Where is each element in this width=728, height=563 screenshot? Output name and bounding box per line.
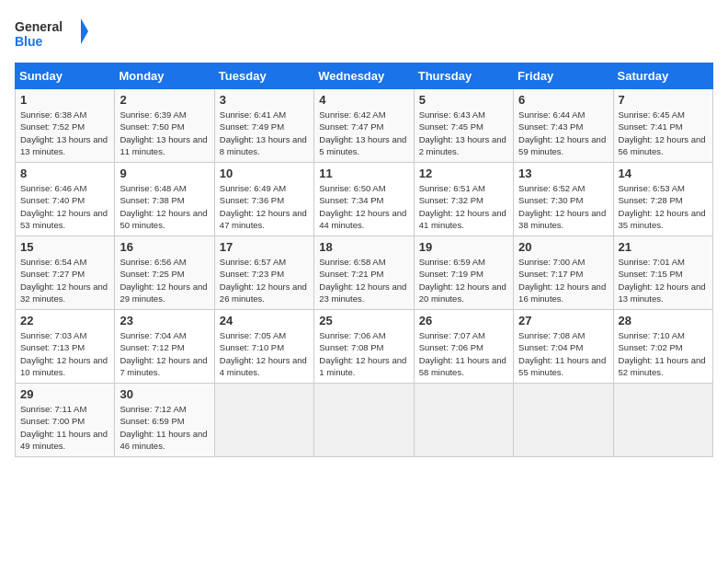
- cell-info: Sunrise: 7:11 AM Sunset: 7:00 PM Dayligh…: [20, 403, 109, 452]
- calendar-header: SundayMondayTuesdayWednesdayThursdayFrid…: [16, 63, 713, 89]
- cell-info: Sunrise: 6:57 AM Sunset: 7:23 PM Dayligh…: [220, 256, 309, 304]
- calendar-week-row: 29Sunrise: 7:11 AM Sunset: 7:00 PM Dayli…: [16, 384, 713, 457]
- calendar-cell: 3Sunrise: 6:41 AM Sunset: 7:49 PM Daylig…: [214, 89, 313, 163]
- day-number: 23: [119, 314, 209, 327]
- svg-text:General: General: [15, 19, 63, 34]
- calendar-cell: 19Sunrise: 6:59 AM Sunset: 7:19 PM Dayli…: [414, 236, 513, 310]
- day-number: 10: [220, 167, 309, 180]
- weekday-header: Thursday: [414, 63, 513, 89]
- calendar-cell: 5Sunrise: 6:43 AM Sunset: 7:45 PM Daylig…: [414, 89, 513, 163]
- weekday-header: Sunday: [16, 63, 115, 89]
- calendar-week-row: 22Sunrise: 7:03 AM Sunset: 7:13 PM Dayli…: [16, 310, 713, 384]
- cell-info: Sunrise: 6:44 AM Sunset: 7:43 PM Dayligh…: [518, 109, 608, 157]
- cell-info: Sunrise: 6:45 AM Sunset: 7:41 PM Dayligh…: [619, 109, 708, 157]
- calendar-cell: 22Sunrise: 7:03 AM Sunset: 7:13 PM Dayli…: [16, 310, 115, 384]
- svg-text:Blue: Blue: [15, 34, 43, 49]
- day-number: 16: [119, 240, 209, 254]
- cell-info: Sunrise: 6:50 AM Sunset: 7:34 PM Dayligh…: [319, 182, 408, 231]
- calendar-cell: 16Sunrise: 6:56 AM Sunset: 7:25 PM Dayli…: [115, 236, 214, 310]
- calendar-cell: 13Sunrise: 6:52 AM Sunset: 7:30 PM Dayli…: [514, 163, 613, 236]
- cell-info: Sunrise: 7:04 AM Sunset: 7:12 PM Dayligh…: [119, 329, 209, 378]
- logo-svg: General Blue: [15, 15, 88, 52]
- calendar-cell: 26Sunrise: 7:07 AM Sunset: 7:06 PM Dayli…: [414, 310, 513, 384]
- cell-info: Sunrise: 7:05 AM Sunset: 7:10 PM Dayligh…: [220, 329, 309, 378]
- weekday-header: Monday: [115, 63, 214, 89]
- calendar-cell: 25Sunrise: 7:06 AM Sunset: 7:08 PM Dayli…: [314, 310, 414, 384]
- calendar-cell: 1Sunrise: 6:38 AM Sunset: 7:52 PM Daylig…: [16, 89, 115, 163]
- cell-info: Sunrise: 7:07 AM Sunset: 7:06 PM Dayligh…: [419, 329, 508, 378]
- calendar-cell: 17Sunrise: 6:57 AM Sunset: 7:23 PM Dayli…: [214, 236, 313, 310]
- cell-info: Sunrise: 7:10 AM Sunset: 7:02 PM Dayligh…: [619, 329, 708, 378]
- calendar-week-row: 15Sunrise: 6:54 AM Sunset: 7:27 PM Dayli…: [16, 236, 713, 310]
- logo: General Blue: [15, 15, 88, 52]
- weekday-header: Saturday: [613, 63, 712, 89]
- cell-info: Sunrise: 6:58 AM Sunset: 7:21 PM Dayligh…: [319, 256, 408, 304]
- calendar-body: 1Sunrise: 6:38 AM Sunset: 7:52 PM Daylig…: [16, 89, 713, 457]
- day-number: 27: [518, 314, 608, 327]
- calendar-week-row: 8Sunrise: 6:46 AM Sunset: 7:40 PM Daylig…: [16, 163, 713, 236]
- day-number: 12: [419, 167, 508, 180]
- day-number: 14: [619, 167, 708, 180]
- cell-info: Sunrise: 6:51 AM Sunset: 7:32 PM Dayligh…: [419, 182, 508, 231]
- calendar-cell: 30Sunrise: 7:12 AM Sunset: 6:59 PM Dayli…: [115, 384, 214, 457]
- calendar-cell: 23Sunrise: 7:04 AM Sunset: 7:12 PM Dayli…: [115, 310, 214, 384]
- calendar-cell: [314, 384, 414, 457]
- day-number: 17: [220, 240, 309, 254]
- calendar-cell: [414, 384, 513, 457]
- cell-info: Sunrise: 6:39 AM Sunset: 7:50 PM Dayligh…: [119, 109, 209, 157]
- weekday-header: Friday: [514, 63, 613, 89]
- calendar-cell: 4Sunrise: 6:42 AM Sunset: 7:47 PM Daylig…: [314, 89, 414, 163]
- day-number: 13: [518, 167, 608, 180]
- cell-info: Sunrise: 6:54 AM Sunset: 7:27 PM Dayligh…: [20, 256, 109, 304]
- cell-info: Sunrise: 6:48 AM Sunset: 7:38 PM Dayligh…: [119, 182, 209, 231]
- day-number: 25: [319, 314, 408, 327]
- calendar-cell: 27Sunrise: 7:08 AM Sunset: 7:04 PM Dayli…: [514, 310, 613, 384]
- day-number: 7: [619, 93, 708, 107]
- day-number: 29: [20, 387, 109, 401]
- day-number: 24: [220, 314, 309, 327]
- day-number: 26: [419, 314, 508, 327]
- day-number: 3: [220, 93, 309, 107]
- calendar-cell: 29Sunrise: 7:11 AM Sunset: 7:00 PM Dayli…: [16, 384, 115, 457]
- calendar-cell: 20Sunrise: 7:00 AM Sunset: 7:17 PM Dayli…: [514, 236, 613, 310]
- day-number: 19: [419, 240, 508, 254]
- day-number: 8: [20, 167, 109, 180]
- calendar-table: SundayMondayTuesdayWednesdayThursdayFrid…: [15, 63, 713, 457]
- calendar-cell: [613, 384, 712, 457]
- cell-info: Sunrise: 6:41 AM Sunset: 7:49 PM Dayligh…: [220, 109, 309, 157]
- cell-info: Sunrise: 7:03 AM Sunset: 7:13 PM Dayligh…: [20, 329, 109, 378]
- calendar-cell: [214, 384, 313, 457]
- calendar-cell: 14Sunrise: 6:53 AM Sunset: 7:28 PM Dayli…: [613, 163, 712, 236]
- calendar-cell: 11Sunrise: 6:50 AM Sunset: 7:34 PM Dayli…: [314, 163, 414, 236]
- calendar-cell: 8Sunrise: 6:46 AM Sunset: 7:40 PM Daylig…: [16, 163, 115, 236]
- day-number: 28: [619, 314, 708, 327]
- cell-info: Sunrise: 6:56 AM Sunset: 7:25 PM Dayligh…: [119, 256, 209, 304]
- day-number: 6: [518, 93, 608, 107]
- day-number: 20: [518, 240, 608, 254]
- day-number: 4: [319, 93, 408, 107]
- cell-info: Sunrise: 6:52 AM Sunset: 7:30 PM Dayligh…: [518, 182, 608, 231]
- day-number: 30: [119, 387, 209, 401]
- day-number: 1: [20, 93, 109, 107]
- cell-info: Sunrise: 7:12 AM Sunset: 6:59 PM Dayligh…: [119, 403, 209, 452]
- cell-info: Sunrise: 6:43 AM Sunset: 7:45 PM Dayligh…: [419, 109, 508, 157]
- cell-info: Sunrise: 7:06 AM Sunset: 7:08 PM Dayligh…: [319, 329, 408, 378]
- calendar-cell: 6Sunrise: 6:44 AM Sunset: 7:43 PM Daylig…: [514, 89, 613, 163]
- calendar-cell: 28Sunrise: 7:10 AM Sunset: 7:02 PM Dayli…: [613, 310, 712, 384]
- page-header: General Blue: [15, 15, 713, 52]
- day-number: 11: [319, 167, 408, 180]
- day-number: 5: [419, 93, 508, 107]
- cell-info: Sunrise: 6:49 AM Sunset: 7:36 PM Dayligh…: [220, 182, 309, 231]
- cell-info: Sunrise: 7:08 AM Sunset: 7:04 PM Dayligh…: [518, 329, 608, 378]
- day-number: 22: [20, 314, 109, 327]
- weekday-header: Wednesday: [314, 63, 414, 89]
- day-number: 21: [619, 240, 708, 254]
- cell-info: Sunrise: 6:46 AM Sunset: 7:40 PM Dayligh…: [20, 182, 109, 231]
- cell-info: Sunrise: 6:42 AM Sunset: 7:47 PM Dayligh…: [319, 109, 408, 157]
- calendar-cell: 7Sunrise: 6:45 AM Sunset: 7:41 PM Daylig…: [613, 89, 712, 163]
- day-number: 9: [119, 167, 209, 180]
- cell-info: Sunrise: 6:38 AM Sunset: 7:52 PM Dayligh…: [20, 109, 109, 157]
- calendar-cell: 15Sunrise: 6:54 AM Sunset: 7:27 PM Dayli…: [16, 236, 115, 310]
- calendar-cell: 21Sunrise: 7:01 AM Sunset: 7:15 PM Dayli…: [613, 236, 712, 310]
- day-number: 18: [319, 240, 408, 254]
